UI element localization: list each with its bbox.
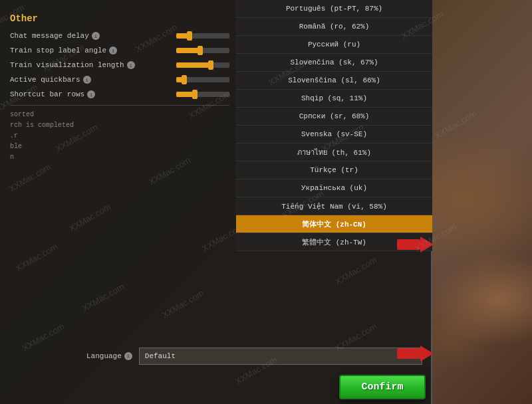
setting-row-0: Chat message delay i — [10, 32, 229, 40]
separator — [10, 105, 229, 106]
language-list[interactable]: Português (pt-PT, 87%)Română (ro, 62%)Ру… — [236, 0, 432, 251]
lang-item-12[interactable]: 简体中文 (zh-CN) — [236, 215, 432, 233]
lang-item-6[interactable]: Српски (sr, 68%) — [236, 108, 432, 126]
setting-info-icon-0[interactable]: i — [92, 32, 100, 40]
slider-1[interactable] — [176, 48, 229, 53]
status-text-3: ble — [10, 143, 229, 150]
lang-item-9[interactable]: Türkçe (tr) — [236, 161, 432, 179]
slider-handle-3[interactable] — [182, 75, 187, 84]
confirm-button[interactable]: Confirm — [339, 375, 426, 399]
status-text-2: .r — [10, 132, 229, 140]
lang-item-3[interactable]: Slovenčina (sk, 67%) — [236, 54, 432, 72]
lang-item-10[interactable]: Українська (uk) — [236, 179, 432, 197]
slider-2[interactable] — [176, 62, 229, 68]
lang-item-11[interactable]: Tiếng Việt Nam (vi, 58%) — [236, 197, 432, 215]
language-label-text: Language — [86, 352, 122, 360]
lang-item-0[interactable]: Português (pt-PT, 87%) — [236, 0, 432, 18]
settings-rows: Chat message delay iTrain stop label ang… — [10, 32, 229, 98]
slider-handle-2[interactable] — [208, 60, 213, 70]
setting-info-icon-2[interactable]: i — [127, 61, 135, 69]
setting-info-icon-3[interactable]: i — [83, 76, 91, 84]
confirm-button-area: Confirm — [0, 369, 432, 404]
status-text-1: rch is completed — [10, 122, 229, 129]
setting-row-1: Train stop label angle i — [10, 47, 229, 54]
setting-info-icon-1[interactable]: i — [109, 47, 117, 54]
setting-label-1: Train stop label angle i — [10, 47, 117, 54]
setting-info-icon-4[interactable]: i — [87, 90, 95, 98]
status-text-0: sorted — [10, 111, 229, 118]
setting-label-0: Chat message delay i — [10, 32, 100, 40]
setting-row-4: Shortcut bar rows i — [10, 90, 229, 98]
language-selector-area: Language i Default ▼ — [0, 344, 432, 367]
status-text-4: n — [10, 153, 229, 161]
language-dropdown[interactable]: Default ▼ — [139, 348, 422, 365]
lang-item-1[interactable]: Română (ro, 62%) — [236, 18, 432, 36]
setting-row-2: Train visualization length i — [10, 61, 229, 69]
lang-item-5[interactable]: Shqip (sq, 11%) — [236, 90, 432, 108]
language-label: Language i — [86, 352, 132, 360]
slider-0[interactable] — [176, 33, 229, 39]
lang-item-4[interactable]: Slovenščina (sl, 66%) — [236, 72, 432, 90]
lang-item-7[interactable]: Svenska (sv-SE) — [236, 126, 432, 144]
setting-label-3: Active quickbars i — [10, 76, 91, 84]
setting-label-4: Shortcut bar rows i — [10, 90, 95, 98]
slider-handle-0[interactable] — [187, 31, 192, 41]
slider-handle-1[interactable] — [198, 46, 203, 55]
arrow-indicator-top — [420, 237, 434, 252]
slider-handle-4[interactable] — [192, 90, 198, 99]
lang-item-2[interactable]: Русский (ru) — [236, 36, 432, 54]
settings-left-area: Other Chat message delay iTrain stop lab… — [0, 0, 239, 404]
setting-label-2: Train visualization length i — [10, 61, 135, 69]
setting-row-3: Active quickbars i — [10, 76, 229, 84]
language-dropdown-list[interactable]: Português (pt-PT, 87%)Română (ro, 62%)Ру… — [236, 0, 432, 326]
language-dropdown-value: Default — [145, 352, 176, 360]
slider-3[interactable] — [176, 77, 229, 82]
arrow-indicator-bottom — [420, 346, 434, 361]
status-texts-area: sortedrch is completed.rblen — [10, 111, 229, 161]
section-title: Other — [10, 13, 229, 24]
lang-item-8[interactable]: ภาษาไทย (th, 61%) — [236, 144, 432, 161]
language-info-icon[interactable]: i — [124, 352, 132, 360]
slider-4[interactable] — [176, 92, 229, 97]
settings-panel: Other Chat message delay iTrain stop lab… — [0, 0, 432, 404]
